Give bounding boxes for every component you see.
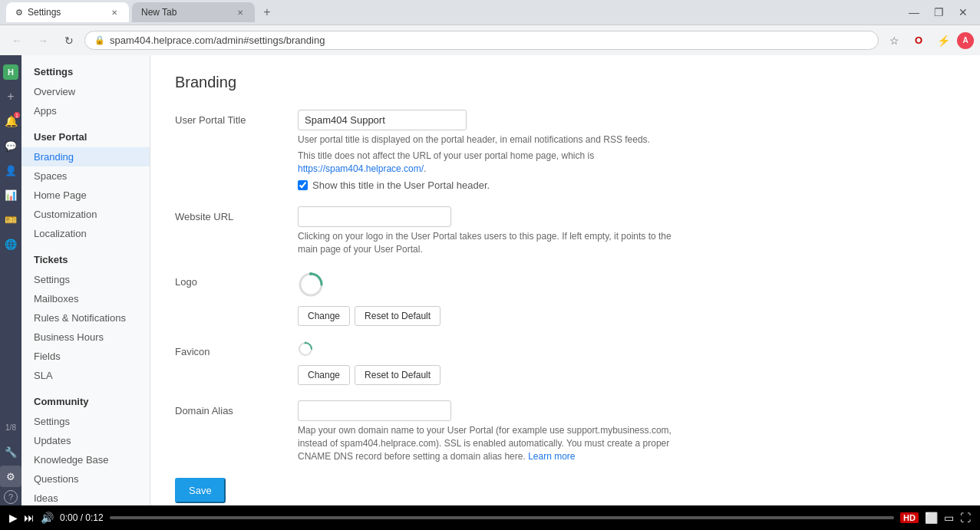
website-url-label: Website URL (175, 206, 298, 222)
sidebar-item-community-settings[interactable]: Settings (21, 412, 150, 431)
browser-toolbar: ← → ↻ 🔒 spam404.helprace.com/admin#setti… (0, 25, 980, 55)
sidebar-item-customization[interactable]: Customization (21, 205, 150, 224)
browser-titlebar: ⚙ Settings ✕ New Tab ✕ + — ❐ ✕ (0, 0, 980, 25)
icon-bar-compose[interactable]: + (0, 86, 21, 107)
restore-button[interactable]: ❐ (928, 2, 949, 23)
icon-bar-tickets[interactable]: 🎫 (0, 209, 21, 230)
logo-reset-button[interactable]: Reset to Default (355, 306, 441, 326)
tickets-section-title: Tickets (21, 243, 150, 270)
favicon-change-button[interactable]: Change (298, 365, 350, 385)
show-title-checkbox[interactable] (298, 180, 308, 190)
extensions-icon[interactable]: ⚡ (932, 30, 954, 51)
theater-mode-icon[interactable]: ▭ (944, 512, 954, 524)
icon-bar: H + 🔔 1 💬 👤 📊 🎫 🌐 1/8 🔧 ⚙ ? A (0, 55, 21, 530)
logo-btn-group: Change Reset to Default (298, 306, 681, 326)
user-portal-title-label: User Portal Title (175, 110, 298, 126)
picture-in-picture-icon[interactable]: ⬜ (925, 512, 938, 524)
volume-button[interactable]: 🔊 (41, 512, 54, 524)
address-bar[interactable]: 🔒 spam404.helprace.com/admin#settings/br… (84, 31, 879, 50)
tab-new-tab-close[interactable]: ✕ (235, 7, 246, 18)
user-portal-title-row: User Portal Title User portal title is d… (175, 110, 955, 191)
play-button[interactable]: ▶ (9, 512, 18, 524)
sidebar-item-tickets-settings[interactable]: Settings (21, 270, 150, 289)
website-url-field: Clicking on your logo in the User Portal… (298, 206, 681, 256)
icon-bar-notifications[interactable]: 🔔 1 (0, 110, 21, 132)
back-button[interactable]: ← (6, 30, 28, 51)
tab-settings[interactable]: ⚙ Settings ✕ (6, 2, 129, 22)
sidebar-item-knowledge-base[interactable]: Knowledge Base (21, 450, 150, 469)
opera-icon[interactable]: O (908, 30, 929, 51)
svg-point-3 (305, 341, 307, 344)
icon-bar-contacts[interactable]: 👤 (0, 160, 21, 181)
logo-preview (298, 272, 681, 300)
skip-button[interactable]: ⏭ (24, 512, 35, 524)
address-text: spam404.helprace.com/admin#settings/bran… (110, 35, 325, 46)
domain-alias-row: Domain Alias Map your own domain name to… (175, 400, 955, 463)
user-portal-title-hint2: This title does not affect the URL of yo… (298, 150, 681, 176)
show-title-checkbox-label: Show this title in the User Portal heade… (312, 179, 490, 191)
sidebar-item-overview[interactable]: Overview (21, 82, 150, 101)
bookmark-icon[interactable]: ☆ (883, 30, 905, 51)
media-progress-bar[interactable] (110, 516, 894, 519)
user-portal-title-field: User portal title is displayed on the po… (298, 110, 681, 191)
favicon-btn-group: Change Reset to Default (298, 365, 681, 385)
sidebar-item-apps[interactable]: Apps (21, 101, 150, 120)
icon-bar-settings[interactable]: ⚙ (0, 466, 21, 487)
tab-settings-title: Settings (28, 7, 104, 18)
fullscreen-icon[interactable]: ⛶ (960, 512, 971, 524)
tab-new-tab[interactable]: New Tab ✕ (132, 2, 255, 22)
favicon-label: Favicon (175, 341, 298, 357)
community-section-title: Community (21, 385, 150, 412)
sidebar: Settings Overview Apps User Portal Brand… (21, 55, 150, 530)
favicon-preview (298, 341, 681, 359)
icon-bar-reports[interactable]: 📊 (0, 184, 21, 206)
toolbar-right: ☆ O ⚡ A (883, 30, 974, 51)
profile-avatar[interactable]: A (957, 32, 974, 49)
user-portal-section-title: User Portal (21, 120, 150, 147)
save-section: Save (175, 478, 955, 503)
domain-alias-field: Map your own domain name to your User Po… (298, 400, 681, 463)
minimize-button[interactable]: — (903, 2, 925, 23)
user-portal-title-hint1: User portal title is displayed on the po… (298, 133, 681, 146)
save-button[interactable]: Save (175, 478, 226, 503)
icon-bar-chat[interactable]: 💬 (0, 135, 21, 156)
icon-bar-logo[interactable]: H (0, 61, 21, 83)
sidebar-item-home-page[interactable]: Home Page (21, 186, 150, 205)
logo-change-button[interactable]: Change (298, 306, 350, 326)
icon-bar-help[interactable]: ? (4, 490, 18, 504)
user-portal-title-input[interactable] (298, 110, 467, 130)
icon-bar-community[interactable]: 🌐 (0, 233, 21, 255)
learn-more-link[interactable]: Learn more (528, 451, 575, 462)
sidebar-item-updates[interactable]: Updates (21, 431, 150, 450)
sidebar-item-branding[interactable]: Branding (21, 147, 150, 166)
logo-label: Logo (175, 272, 298, 288)
close-window-button[interactable]: ✕ (952, 2, 974, 23)
logo-field: Change Reset to Default (298, 272, 681, 326)
sidebar-item-mailboxes[interactable]: Mailboxes (21, 289, 150, 308)
sidebar-item-rules-notifications[interactable]: Rules & Notifications (21, 308, 150, 328)
tab-new-tab-title: New Tab (141, 7, 230, 18)
favicon-field: Change Reset to Default (298, 341, 681, 385)
tab-settings-close[interactable]: ✕ (109, 7, 120, 18)
refresh-button[interactable]: ↻ (58, 30, 80, 51)
page-title: Branding (175, 74, 955, 91)
settings-section-title: Settings (21, 55, 150, 82)
svg-point-1 (309, 272, 312, 275)
portal-url-link[interactable]: https://spam404.helprace.com/ (298, 163, 424, 174)
address-lock-icon: 🔒 (94, 35, 105, 45)
domain-alias-hint: Map your own domain name to your User Po… (298, 424, 681, 463)
sidebar-item-sla[interactable]: SLA (21, 366, 150, 385)
favicon-row: Favicon Change Reset to Default (175, 341, 955, 385)
website-url-input[interactable] (298, 206, 451, 227)
new-tab-button[interactable]: + (258, 3, 276, 21)
sidebar-item-localization[interactable]: Localization (21, 224, 150, 243)
sidebar-item-questions[interactable]: Questions (21, 469, 150, 489)
sidebar-item-spaces[interactable]: Spaces (21, 166, 150, 186)
sidebar-item-business-hours[interactable]: Business Hours (21, 328, 150, 347)
favicon-reset-button[interactable]: Reset to Default (355, 365, 441, 385)
forward-button[interactable]: → (32, 30, 54, 51)
domain-alias-input[interactable] (298, 400, 451, 421)
sidebar-item-fields[interactable]: Fields (21, 347, 150, 366)
icon-bar-tools[interactable]: 🔧 (0, 441, 21, 463)
hd-badge: HD (900, 512, 919, 523)
